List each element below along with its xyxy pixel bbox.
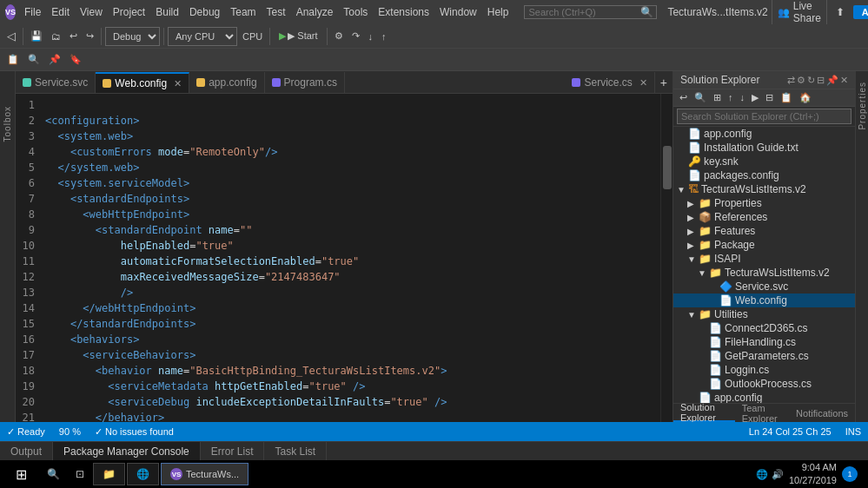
toolbar2-btn4[interactable]: 🔖	[66, 52, 85, 67]
se-footer-tab-notif[interactable]: Notifications	[789, 404, 855, 422]
tree-item-utilities[interactable]: ▼ 📁 Utilities	[673, 307, 855, 321]
tab-web-config[interactable]: Web.config ✕	[96, 72, 189, 93]
se-tb-btn6[interactable]: ▶	[749, 91, 761, 104]
start-button[interactable]: ⊞	[3, 462, 38, 486]
back-btn[interactable]: ◁	[3, 28, 19, 44]
code-editor[interactable]: <configuration> <system.web> <customErro…	[42, 94, 660, 422]
btab-package-manager[interactable]: Package Manager Console	[53, 442, 201, 460]
tree-item-installation-guide[interactable]: 📄 Installation Guide.txt	[673, 141, 855, 155]
se-tb-btn7[interactable]: ⊟	[763, 91, 776, 104]
tab-service-cs[interactable]: Service.cs ✕	[565, 72, 654, 93]
tree-item-app-config-root[interactable]: 📄 app.config	[673, 127, 855, 141]
toolbox-label[interactable]: Toolbox	[3, 106, 12, 142]
tree-label: FileHandling.cs	[725, 336, 796, 348]
menu-build[interactable]: Build	[150, 4, 184, 20]
menu-edit[interactable]: Edit	[46, 4, 75, 20]
tree-item-features[interactable]: ▶ 📁 Features	[673, 224, 855, 238]
notification-icon[interactable]: 1	[842, 466, 858, 482]
properties-side-panel: Properties	[855, 71, 868, 422]
menu-window[interactable]: Window	[434, 4, 482, 20]
tree-chevron: ▶	[687, 213, 696, 222]
tree-item-isapi[interactable]: ▼ 📁 ISAPI	[673, 252, 855, 266]
attach-btn[interactable]: ⚙	[331, 29, 347, 43]
tree-item-project[interactable]: ▼ 🏗 TecturaWsListItems.v2	[673, 182, 855, 196]
se-tb-btn1[interactable]: ↩	[677, 91, 690, 104]
menu-test[interactable]: Test	[262, 4, 291, 20]
vs-taskbar-btn[interactable]: VS TecturaWs...	[161, 463, 248, 485]
live-share-btn[interactable]: 👥 Live Share	[772, 0, 827, 27]
scroll-track[interactable]	[660, 94, 673, 422]
btab-task-list[interactable]: Task List	[264, 442, 327, 460]
btab-error-list[interactable]: Error List	[201, 442, 265, 460]
global-search-input[interactable]	[525, 6, 638, 18]
tree-item-connect[interactable]: 📄 Connect2D365.cs	[673, 321, 855, 335]
btab-output[interactable]: Output	[0, 442, 53, 460]
save-all-btn[interactable]: 🗂	[48, 30, 64, 43]
se-search-input[interactable]	[677, 109, 851, 124]
menu-file[interactable]: File	[19, 4, 46, 20]
tab-close-webconfig[interactable]: ✕	[174, 78, 182, 89]
se-settings-btn[interactable]: ⚙	[797, 75, 805, 86]
menu-view[interactable]: View	[75, 4, 108, 20]
se-tb-btn2[interactable]: 🔍	[692, 91, 709, 104]
menu-analyze[interactable]: Analyze	[291, 4, 339, 20]
save-btn[interactable]: 💾	[27, 29, 46, 43]
redo-btn[interactable]: ↪	[83, 29, 97, 43]
tree-item-filehandling[interactable]: 📄 FileHandling.cs	[673, 335, 855, 349]
se-tb-btn4[interactable]: ↑	[726, 91, 736, 104]
undo-btn[interactable]: ↩	[66, 29, 81, 43]
platform-select[interactable]: Any CPU	[168, 27, 237, 46]
tab-app-config[interactable]: app.config	[189, 72, 264, 93]
se-tb-btn5[interactable]: ↓	[738, 91, 748, 104]
properties-label[interactable]: Properties	[856, 78, 869, 134]
tree-item-package[interactable]: ▶ 📁 Package	[673, 238, 855, 252]
search-button[interactable]: 🔍	[40, 462, 67, 486]
menu-help[interactable]: Help	[482, 4, 514, 20]
tab-service-svc[interactable]: Service.svc	[16, 72, 96, 93]
se-tb-btn3[interactable]: ⊞	[711, 91, 724, 104]
add-tab-btn[interactable]: +	[655, 72, 673, 93]
tree-item-key-snk-root[interactable]: 🔑 key.snk	[673, 155, 855, 168]
tree-item-packages-config-root[interactable]: 📄 packages.config	[673, 168, 855, 182]
tree-label: GetParameters.cs	[725, 350, 809, 362]
tree-item-properties[interactable]: ▶ 📁 Properties	[673, 196, 855, 210]
debug-mode-select[interactable]: Debug	[105, 27, 160, 46]
start-button[interactable]: ▶ ▶ Start	[274, 29, 322, 43]
se-tb-btn9[interactable]: 🏠	[797, 91, 814, 104]
se-refresh-btn[interactable]: ↻	[807, 75, 815, 86]
taskbar-clock[interactable]: 9:04 AM 10/27/2019	[789, 461, 837, 488]
tree-item-loggin[interactable]: 📄 Loggin.cs	[673, 363, 855, 377]
menu-team[interactable]: Team	[225, 4, 261, 20]
se-close-btn[interactable]: ✕	[840, 75, 848, 86]
title-bar: VS File Edit View Project Build Debug Te…	[0, 0, 868, 24]
tree-item-outlook[interactable]: 📄 OutlookProcess.cs	[673, 377, 855, 391]
step-into-btn[interactable]: ↓	[365, 30, 377, 43]
se-footer-tab-team[interactable]: Team Explorer	[735, 404, 789, 422]
toolbar2-btn2[interactable]: 🔍	[24, 52, 43, 67]
se-footer-tab-solution[interactable]: Solution Explorer	[673, 404, 735, 422]
tree-item-tectura-sub[interactable]: ▼ 📁 TecturaWsListItems.v2	[673, 266, 855, 280]
tree-item-web-config[interactable]: 📄 Web.config	[673, 293, 855, 307]
toolbar2-btn3[interactable]: 📌	[45, 52, 64, 67]
se-collapse-btn[interactable]: ⊟	[817, 75, 825, 86]
share-icon[interactable]: ⬆	[831, 4, 850, 20]
se-tb-btn8[interactable]: 📋	[778, 91, 795, 104]
menu-extensions[interactable]: Extensions	[373, 4, 434, 20]
edge-taskbar-btn[interactable]: 🌐	[127, 463, 159, 485]
menu-project[interactable]: Project	[108, 4, 150, 20]
tree-item-service-svc[interactable]: 🔷 Service.svc	[673, 280, 855, 293]
toolbar2-btn1[interactable]: 📋	[3, 52, 23, 67]
tab-close-servicecs[interactable]: ✕	[639, 77, 647, 89]
tab-program-cs[interactable]: Program.cs	[265, 72, 345, 93]
task-view-button[interactable]: ⊡	[69, 462, 91, 486]
tree-item-getparams[interactable]: 📄 GetParameters.cs	[673, 349, 855, 363]
step-out-btn[interactable]: ↑	[378, 30, 390, 43]
tree-item-references[interactable]: ▶ 📦 References	[673, 210, 855, 224]
step-over-btn[interactable]: ↷	[348, 29, 363, 43]
menu-debug[interactable]: Debug	[184, 4, 225, 20]
file-explorer-taskbar-btn[interactable]: 📁	[93, 463, 125, 485]
se-pin-btn[interactable]: 📌	[826, 75, 838, 86]
se-sync-btn[interactable]: ⇄	[787, 75, 795, 86]
scroll-thumb[interactable]	[663, 146, 672, 189]
menu-tools[interactable]: Tools	[338, 4, 373, 20]
